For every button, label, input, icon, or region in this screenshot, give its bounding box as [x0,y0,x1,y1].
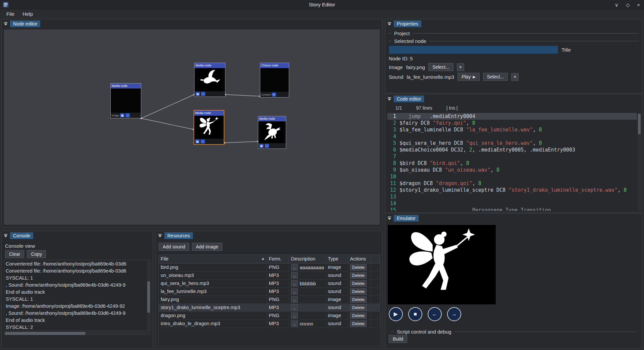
menu-bar: FileHelp [0,9,644,18]
node-choice[interactable]: Choice nodeContent▾ [260,63,289,98]
node-canvas[interactable]: Media nodeImage▦♪Media node ▦♪Choice nod… [4,29,380,225]
table-row[interactable]: un_oiseau.mp3MP3..soundDelete [159,271,380,279]
description-edit-button[interactable]: .. [291,320,298,327]
description-edit-button[interactable]: .. [291,304,298,311]
image-select-button[interactable]: Select... [428,63,453,71]
description-cell: .. [289,311,326,319]
node-bird[interactable]: Media node ▦♪ [194,63,225,97]
table-row[interactable]: qui_sera_le_hero.mp3MP3..bbbbbbsoundDele… [159,279,380,287]
menu-help[interactable]: Help [19,10,37,18]
node-chip[interactable]: ♪ [265,144,269,148]
sort-ascending-icon: ▲ [261,256,265,260]
table-row[interactable]: fairy.pngPNG..imageDelete [159,295,380,303]
title-input[interactable] [389,46,558,54]
code-line: 5$qui_sera_le_hero DC8 "qui_sera_le_hero… [387,140,637,147]
code-scrollbar-thumb[interactable] [638,114,641,134]
clear-button[interactable]: Clear [5,250,24,258]
node-body [258,121,286,143]
console-vscroll-thumb[interactable] [147,281,150,313]
console-log-line: End of audio track [6,317,146,324]
delete-button[interactable]: Delete [350,264,367,271]
collapse-icon[interactable] [387,97,391,101]
table-row[interactable]: dragon.pngPNG..imageDelete [159,311,380,319]
file-cell: dragon.png [159,311,267,319]
node-chip[interactable]: ▦ [196,92,200,96]
collapse-icon[interactable] [158,234,162,238]
console-horizontal-scrollbar[interactable] [4,332,151,335]
node-chip[interactable]: ▦ [195,139,200,143]
description-edit-button[interactable]: .. [291,280,298,287]
column-header-file[interactable]: File▲ [159,255,267,263]
description-edit-button[interactable]: .. [291,312,298,319]
image-clear-button[interactable]: × [457,63,464,71]
actions-cell: Delete [348,279,371,287]
file-cell: bird.png [159,263,267,271]
delete-button[interactable]: Delete [350,280,367,287]
delete-button[interactable]: Delete [350,304,367,311]
collapse-icon[interactable] [4,234,8,238]
collapse-icon[interactable] [387,217,391,220]
collapse-icon[interactable] [4,22,8,26]
delete-button[interactable]: Delete [350,312,367,319]
table-row[interactable]: la_fee_luminelle.mp3MP3..soundDelete [159,287,380,295]
line-number: 14 [387,200,399,207]
node-fairy[interactable]: Media node ▦♪ [194,110,224,145]
minimize-button[interactable]: ∨ [615,2,619,7]
panel-console: Console Console view Clear Copy Converte… [1,231,153,349]
delete-button[interactable]: Delete [350,320,367,327]
sound-select-button[interactable]: Select... [483,73,508,81]
type-cell: image [326,295,348,303]
sound-play-button[interactable]: Play ▶ [458,73,480,81]
actions-cell: Delete [348,311,371,319]
console-hscroll-thumb[interactable] [5,332,86,335]
step-forward-button[interactable]: → [447,307,461,321]
node-chip[interactable]: ♪ [201,139,205,143]
file-cell: qui_sera_le_hero.mp3 [159,279,267,287]
node-chip[interactable]: ▾ [272,93,276,97]
copy-button[interactable]: Copy [27,250,46,258]
node-chip[interactable]: ▦ [259,144,264,148]
add-sound-button[interactable]: Add sound [159,243,189,251]
panel-emulator: Emulator ▶■←→ Script control and debug B… [385,213,642,349]
maximize-button[interactable]: ◇ [626,2,630,7]
console-vertical-scrollbar[interactable] [147,260,150,330]
description-edit-button[interactable]: .. [291,264,298,271]
code-area[interactable]: 1 jump .mediaEntry00042$fairy DC8 "fairy… [387,113,637,211]
delete-button[interactable]: Delete [350,272,367,279]
column-header-form[interactable]: Form. [267,255,289,263]
collapse-icon[interactable] [387,22,391,26]
app-icon [3,2,9,8]
delete-button[interactable]: Delete [350,296,367,303]
sound-clear-button[interactable]: × [511,73,519,81]
code-scrollbar[interactable] [638,113,641,211]
description-edit-button[interactable]: .. [291,288,298,295]
column-header-actions[interactable]: Actions [348,255,371,263]
type-cell: sound [326,303,348,311]
step-back-button[interactable]: ← [428,307,442,321]
column-header-type[interactable]: Type [326,255,348,263]
description-edit-button[interactable]: .. [291,272,298,279]
code-line: 11$dragon DC8 "dragon.qoi", 8 [387,180,637,187]
line-number: 13 [387,193,399,200]
node-intro[interactable]: Media nodeImage▦♪ [110,83,141,118]
menu-file[interactable]: File [3,10,18,18]
table-row[interactable]: bird.pngPNG..aaaaaaaaaimageDelete [159,263,380,271]
node-chip[interactable]: ♪ [201,92,205,96]
build-button[interactable]: Build [389,335,407,343]
table-row[interactable]: intro_drako_le_dragon.mp3MP3..nnnnnsound… [159,319,380,328]
code-line: 2$fairy DC8 "fairy.qoi", 8 [387,120,637,126]
project-group-label: Project [394,31,410,36]
play-button[interactable]: ▶ [389,307,403,321]
stop-button[interactable]: ■ [408,307,422,321]
panel-title-console: Console [10,232,33,239]
description-edit-button[interactable]: .. [291,296,298,303]
column-header-description[interactable]: Description [289,255,326,263]
node-chip[interactable]: ▦ [120,113,124,117]
close-button[interactable]: × [637,2,640,7]
delete-button[interactable]: Delete [350,288,367,295]
node-dragon[interactable]: Media node ▦♪ [258,116,286,149]
add-image-button[interactable]: Add image [192,243,222,251]
node-chip[interactable]: ♪ [125,113,130,117]
code-line: 13 [387,193,637,200]
table-row[interactable]: story1_drako_luminelle_sceptre.mp3MP3..s… [159,303,380,311]
